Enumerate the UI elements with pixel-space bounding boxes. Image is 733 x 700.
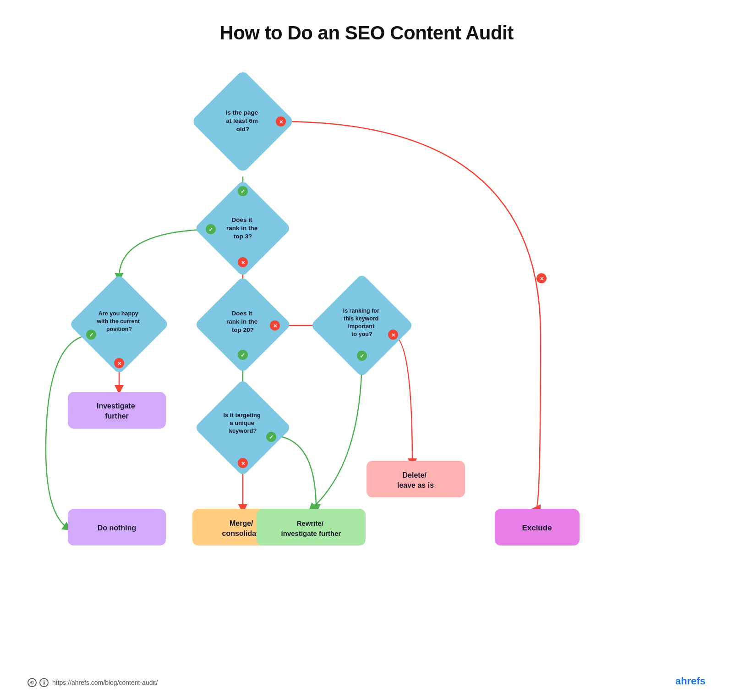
svg-rect-18 <box>68 392 166 429</box>
svg-rect-26 <box>366 461 465 497</box>
ahrefs-logo: ahrefs <box>675 675 706 687</box>
svg-text:Do nothing: Do nothing <box>98 524 136 532</box>
footer-icons: © ℹ <box>27 678 49 687</box>
svg-text:✕: ✕ <box>391 332 395 338</box>
svg-text:✕: ✕ <box>540 276 544 281</box>
ahrefs-logo-text: ahrefs <box>675 675 706 687</box>
page-title: How to Do an SEO Content Audit <box>0 0 733 44</box>
svg-text:✓: ✓ <box>241 352 245 358</box>
svg-text:✓: ✓ <box>241 188 245 195</box>
svg-text:✕: ✕ <box>279 119 283 125</box>
svg-text:✓: ✓ <box>269 434 274 441</box>
svg-text:✓: ✓ <box>208 226 213 233</box>
svg-rect-24 <box>257 509 366 546</box>
svg-text:✕: ✕ <box>241 260 245 265</box>
svg-text:✓: ✓ <box>360 353 364 359</box>
copyright-icon: © <box>27 678 37 687</box>
svg-text:✕: ✕ <box>117 361 121 366</box>
svg-text:✕: ✕ <box>241 461 245 466</box>
flowchart-svg: Is the page at least 6m old? Does it ran… <box>0 50 733 692</box>
footer: © ℹ https://ahrefs.com/blog/content-audi… <box>27 678 158 687</box>
diagram-container: Is the page at least 6m old? Does it ran… <box>0 50 733 692</box>
svg-text:Exclude: Exclude <box>522 524 552 532</box>
info-icon: ℹ <box>39 678 49 687</box>
svg-text:✓: ✓ <box>89 332 93 338</box>
footer-url-text: https://ahrefs.com/blog/content-audit/ <box>52 679 158 686</box>
svg-text:✕: ✕ <box>273 323 277 329</box>
